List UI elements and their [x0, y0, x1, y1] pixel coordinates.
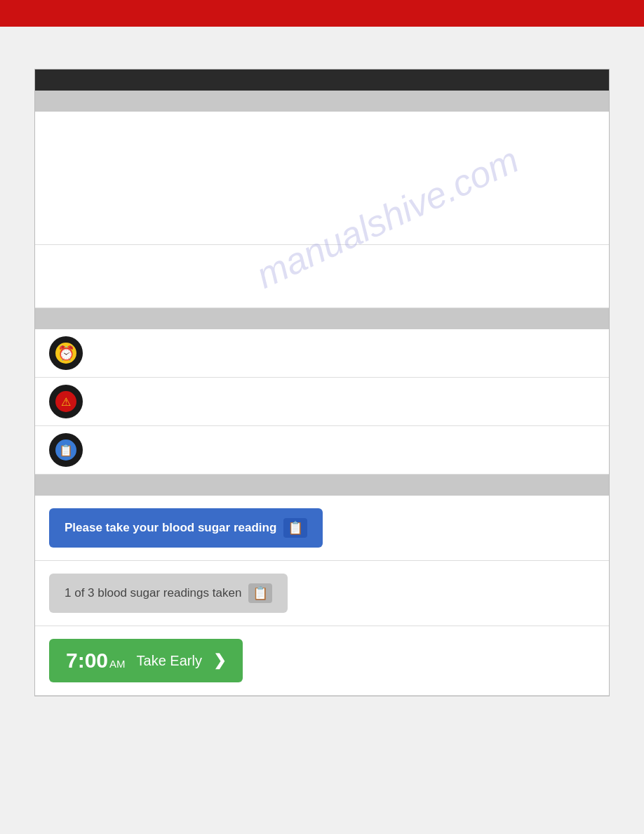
main-card: Please take your blood sugar reading 📋 1…: [34, 69, 610, 696]
time-display: 7:00AM: [66, 649, 126, 673]
dark-header-bar: [35, 70, 609, 91]
time-value: 7:00: [66, 649, 108, 672]
take-reading-button[interactable]: Please take your blood sugar reading 📋: [49, 508, 323, 548]
warning-icon: [55, 391, 76, 412]
take-early-button[interactable]: 7:00AM Take Early ❯: [49, 639, 243, 682]
take-early-row: 7:00AM Take Early ❯: [35, 626, 609, 696]
list-icon: [55, 439, 76, 461]
ampm-value: AM: [109, 658, 126, 670]
alarm-icon-circle: [49, 336, 83, 370]
gray-bar-1: [35, 91, 609, 112]
alarm-row: [35, 329, 609, 378]
take-early-label: Take Early: [137, 653, 202, 669]
white-content-tall: [35, 112, 609, 245]
take-reading-label: Please take your blood sugar reading: [65, 521, 276, 535]
alarm-icon: [55, 343, 76, 364]
readings-taken-row: 1 of 3 blood sugar readings taken 📋: [35, 561, 609, 626]
chevron-icon: ❯: [213, 651, 226, 670]
list-row: [35, 426, 609, 475]
warning-row: [35, 378, 609, 426]
list-icon-circle: [49, 433, 83, 467]
readings-taken-button[interactable]: 1 of 3 blood sugar readings taken 📋: [49, 574, 288, 613]
white-content-medium: [35, 245, 609, 308]
readings-taken-label: 1 of 3 blood sugar readings taken: [65, 586, 241, 600]
blue-button-row: Please take your blood sugar reading 📋: [35, 496, 609, 561]
top-bar: [0, 0, 644, 27]
readings-taken-icon: 📋: [248, 583, 272, 603]
warning-icon-circle: [49, 385, 83, 418]
gray-bar-2: [35, 308, 609, 329]
gray-bar-3: [35, 475, 609, 496]
take-reading-icon: 📋: [283, 518, 307, 538]
